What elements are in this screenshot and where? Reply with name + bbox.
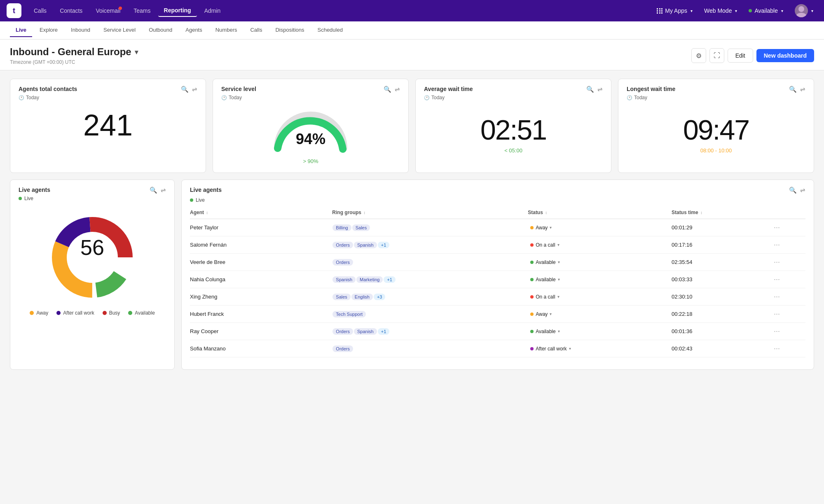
row-more-button[interactable]: ··· (774, 323, 805, 340)
nav-calls[interactable]: Calls (28, 5, 52, 16)
row-more-button[interactable]: ··· (774, 254, 805, 271)
svg-text:94%: 94% (296, 131, 325, 147)
status-cell[interactable]: Available ▾ (528, 271, 672, 288)
subnav-inbound[interactable]: Inbound (65, 23, 96, 37)
status-chip[interactable]: Away ▾ (528, 224, 554, 231)
legend-aftercall: After call work (56, 310, 94, 316)
ring-groups-cell: OrdersSpanish+1 (332, 236, 528, 254)
subnav-explore[interactable]: Explore (34, 23, 63, 37)
longest-wait-clock-icon: 🕐 (627, 95, 632, 100)
agents-contacts-time: Today (26, 95, 39, 100)
col-status-time[interactable]: Status time ↕ (672, 206, 774, 219)
status-cell[interactable]: Away ▾ (528, 306, 672, 323)
agents-contacts-icons: 🔍 ⇌ (181, 86, 197, 93)
live-agents-table-search-icon[interactable]: 🔍 (789, 187, 797, 194)
web-mode-button[interactable]: Web Mode ▾ (700, 5, 741, 16)
status-cell[interactable]: On a call ▾ (528, 236, 672, 254)
service-level-title: Service level (221, 86, 256, 92)
ring-groups-cell: Orders (332, 254, 528, 271)
table-live-dot (190, 198, 193, 202)
subnav-dispositions[interactable]: Dispositions (269, 23, 310, 37)
status-sort-icon: ↕ (545, 210, 547, 215)
status-cell[interactable]: Away ▾ (528, 219, 672, 236)
nav-admin[interactable]: Admin (199, 5, 227, 16)
longest-wait-filter-icon[interactable]: ⇌ (800, 86, 805, 93)
status-cell[interactable]: Available ▾ (528, 323, 672, 340)
subnav-agents[interactable]: Agents (180, 23, 208, 37)
dashboard-timezone: Timezone (GMT +00:00) UTC (10, 59, 691, 65)
agents-table-header-row: Agent ↕ Ring groups ↕ Status ↕ Status ti… (190, 206, 805, 219)
ring-group-tag: Sales (332, 294, 351, 300)
row-more-button[interactable]: ··· (774, 357, 805, 363)
avg-wait-icons: 🔍 ⇌ (586, 86, 603, 93)
table-row: Xing ZhengSalesEnglish+3On a call ▾02:30… (190, 288, 805, 306)
service-level-filter-icon[interactable]: ⇌ (395, 86, 400, 93)
live-agents-table-live-badge: Live (190, 197, 805, 203)
row-more-button[interactable]: ··· (774, 288, 805, 306)
live-agents-donut-live-badge: Live (19, 196, 166, 201)
voicemail-notification-dot (119, 7, 122, 10)
subnav-service-level[interactable]: Service Level (98, 23, 141, 37)
avg-wait-filter-icon[interactable]: ⇌ (597, 86, 603, 93)
dashboard-dropdown-icon[interactable]: ▾ (135, 48, 138, 56)
settings-button[interactable]: ⚙ (691, 48, 706, 63)
status-chip[interactable]: Available ▾ (528, 276, 562, 283)
legend-away: Away (30, 310, 48, 316)
live-agents-donut-search-icon[interactable]: 🔍 (150, 187, 157, 194)
longest-wait-search-icon[interactable]: 🔍 (789, 86, 797, 93)
status-dropdown-icon: ▾ (550, 312, 552, 316)
row-more-button[interactable]: ··· (774, 340, 805, 357)
agents-contacts-filter-icon[interactable]: ⇌ (192, 86, 197, 93)
subnav-live[interactable]: Live (10, 23, 32, 37)
status-dropdown-icon: ▾ (550, 225, 552, 230)
row-more-button[interactable]: ··· (774, 236, 805, 254)
live-agents-table-title: Live agents (190, 187, 222, 193)
live-agents-table-filter-icon[interactable]: ⇌ (800, 187, 805, 194)
fullscreen-button[interactable]: ⛶ (709, 48, 724, 63)
subnav-calls[interactable]: Calls (244, 23, 268, 37)
row-more-button[interactable]: ··· (774, 271, 805, 288)
availability-button[interactable]: Available ▾ (744, 5, 787, 16)
user-menu-button[interactable]: ▾ (791, 2, 817, 20)
status-chip[interactable]: Available ▾ (528, 328, 562, 335)
status-cell[interactable]: On a call ▾ (528, 357, 672, 363)
subnav-outbound[interactable]: Outbound (143, 23, 178, 37)
nav-contacts[interactable]: Contacts (54, 5, 88, 16)
nav-teams[interactable]: Teams (128, 5, 156, 16)
status-chip[interactable]: On a call ▾ (528, 362, 562, 363)
agents-contacts-search-icon[interactable]: 🔍 (181, 86, 189, 93)
ring-group-tag: Orders (332, 242, 353, 248)
ring-group-tag: Sales (332, 363, 351, 363)
col-ring-groups[interactable]: Ring groups ↕ (332, 206, 528, 219)
col-status[interactable]: Status ↕ (528, 206, 672, 219)
longest-wait-icons: 🔍 ⇌ (789, 86, 805, 93)
table-row: Peter TaylorBillingSalesAway ▾00:01:29··… (190, 219, 805, 236)
subnav-scheduled[interactable]: Scheduled (311, 23, 348, 37)
row-more-button[interactable]: ··· (774, 219, 805, 236)
live-agents-donut-filter-icon[interactable]: ⇌ (161, 187, 166, 194)
status-chip[interactable]: On a call ▾ (528, 293, 562, 301)
status-cell[interactable]: Available ▾ (528, 254, 672, 271)
row-more-button[interactable]: ··· (774, 306, 805, 323)
nav-voicemail[interactable]: Voicemail (90, 5, 126, 16)
my-apps-button[interactable]: My Apps ▾ (653, 5, 697, 16)
ring-group-tag: Orders (332, 259, 353, 266)
status-cell[interactable]: After call work ▾ (528, 340, 672, 357)
agents-table-scroll[interactable]: Agent ↕ Ring groups ↕ Status ↕ Status ti… (190, 206, 805, 363)
edit-button[interactable]: Edit (728, 49, 753, 63)
nav-reporting[interactable]: Reporting (158, 5, 197, 17)
avg-wait-search-icon[interactable]: 🔍 (586, 86, 594, 93)
service-level-search-icon[interactable]: 🔍 (384, 86, 391, 93)
status-chip[interactable]: After call work ▾ (528, 345, 573, 352)
subnav-numbers[interactable]: Numbers (210, 23, 243, 37)
status-chip[interactable]: On a call ▾ (528, 241, 562, 249)
col-agent[interactable]: Agent ↕ (190, 206, 332, 219)
status-dot (530, 330, 534, 333)
new-dashboard-button[interactable]: New dashboard (756, 49, 814, 62)
status-cell[interactable]: On a call ▾ (528, 288, 672, 306)
status-chip[interactable]: Away ▾ (528, 310, 554, 318)
status-time-sort-icon: ↕ (700, 210, 702, 215)
ring-group-tag: Spanish (351, 363, 375, 363)
status-chip[interactable]: Available ▾ (528, 259, 562, 266)
ring-groups-cell: BillingSales (332, 219, 528, 236)
